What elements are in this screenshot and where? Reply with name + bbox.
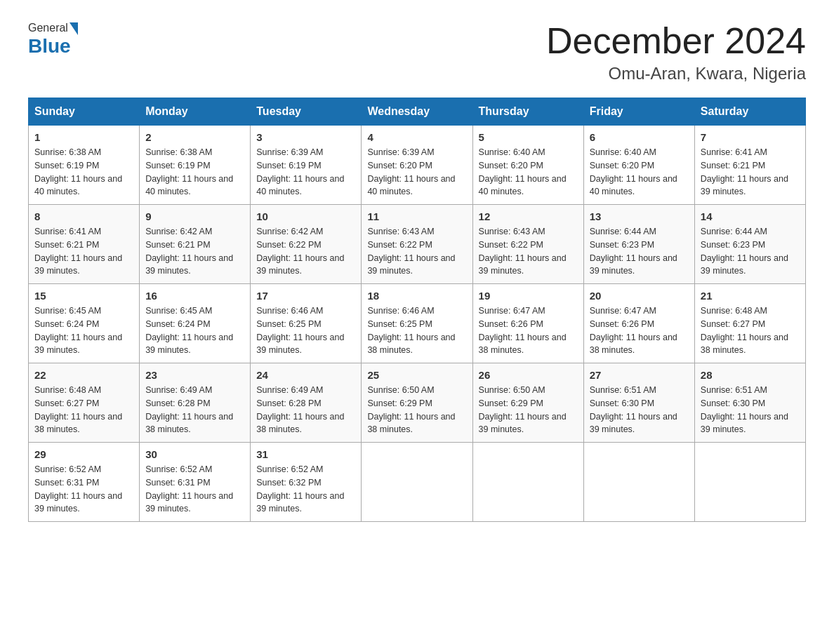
sunset-label: Sunset: 6:22 PM <box>479 240 543 250</box>
calendar-cell: 6 Sunrise: 6:40 AM Sunset: 6:20 PM Dayli… <box>583 126 694 205</box>
daylight-label: Daylight: 11 hours and 39 minutes. <box>590 253 677 276</box>
day-number: 19 <box>479 290 578 302</box>
calendar-cell: 24 Sunrise: 6:49 AM Sunset: 6:28 PM Dayl… <box>251 363 362 443</box>
calendar-cell: 14 Sunrise: 6:44 AM Sunset: 6:23 PM Dayl… <box>694 205 805 284</box>
daylight-label: Daylight: 11 hours and 39 minutes. <box>145 253 233 276</box>
day-number: 28 <box>701 369 800 381</box>
daylight-label: Daylight: 11 hours and 39 minutes. <box>479 253 567 276</box>
sunrise-label: Sunrise: 6:52 AM <box>145 464 212 474</box>
calendar-week-row: 29 Sunrise: 6:52 AM Sunset: 6:31 PM Dayl… <box>29 443 806 522</box>
day-number: 17 <box>256 290 355 302</box>
calendar-cell: 22 Sunrise: 6:48 AM Sunset: 6:27 PM Dayl… <box>29 363 140 443</box>
sunset-label: Sunset: 6:20 PM <box>367 161 432 170</box>
daylight-label: Daylight: 11 hours and 38 minutes. <box>479 333 567 356</box>
calendar-cell: 12 Sunrise: 6:43 AM Sunset: 6:22 PM Dayl… <box>472 205 583 284</box>
logo-blue-text: Blue <box>28 35 71 58</box>
calendar-cell <box>362 443 472 522</box>
calendar-cell: 31 Sunrise: 6:52 AM Sunset: 6:32 PM Dayl… <box>251 443 362 522</box>
sunrise-label: Sunrise: 6:49 AM <box>256 385 323 395</box>
day-number: 10 <box>256 210 355 222</box>
daylight-label: Daylight: 11 hours and 40 minutes. <box>256 174 344 197</box>
day-number: 1 <box>34 131 133 143</box>
day-number: 22 <box>34 369 133 381</box>
day-number: 18 <box>367 290 466 302</box>
calendar-cell: 2 Sunrise: 6:38 AM Sunset: 6:19 PM Dayli… <box>140 126 251 205</box>
calendar-cell: 4 Sunrise: 6:39 AM Sunset: 6:20 PM Dayli… <box>362 126 472 205</box>
sunrise-label: Sunrise: 6:51 AM <box>590 385 656 395</box>
day-number: 11 <box>367 210 466 222</box>
sunset-label: Sunset: 6:25 PM <box>256 319 321 329</box>
day-info: Sunrise: 6:44 AM Sunset: 6:23 PM Dayligh… <box>590 225 689 278</box>
calendar-header-row: SundayMondayTuesdayWednesdayThursdayFrid… <box>29 98 806 126</box>
sunrise-label: Sunrise: 6:48 AM <box>34 385 101 395</box>
sunset-label: Sunset: 6:31 PM <box>34 478 99 488</box>
calendar-title: December 2024 <box>546 21 806 61</box>
day-info: Sunrise: 6:42 AM Sunset: 6:21 PM Dayligh… <box>145 225 244 278</box>
daylight-label: Daylight: 11 hours and 39 minutes. <box>34 491 122 514</box>
calendar-cell: 8 Sunrise: 6:41 AM Sunset: 6:21 PM Dayli… <box>29 205 140 284</box>
day-number: 20 <box>590 290 689 302</box>
logo-arrow-icon <box>70 22 78 35</box>
page-header: General Blue December 2024 Omu-Aran, Kwa… <box>28 21 806 83</box>
calendar-cell: 26 Sunrise: 6:50 AM Sunset: 6:29 PM Dayl… <box>472 363 583 443</box>
day-info: Sunrise: 6:40 AM Sunset: 6:20 PM Dayligh… <box>479 146 578 199</box>
sunset-label: Sunset: 6:21 PM <box>34 240 99 250</box>
calendar-cell: 17 Sunrise: 6:46 AM Sunset: 6:25 PM Dayl… <box>251 284 362 363</box>
sunset-label: Sunset: 6:27 PM <box>701 319 765 329</box>
sunset-label: Sunset: 6:25 PM <box>367 319 432 329</box>
day-info: Sunrise: 6:45 AM Sunset: 6:24 PM Dayligh… <box>145 304 244 357</box>
sunset-label: Sunset: 6:19 PM <box>256 161 321 170</box>
day-info: Sunrise: 6:48 AM Sunset: 6:27 PM Dayligh… <box>34 384 133 436</box>
sunrise-label: Sunrise: 6:42 AM <box>256 227 323 236</box>
day-info: Sunrise: 6:52 AM Sunset: 6:31 PM Dayligh… <box>34 463 133 516</box>
daylight-label: Daylight: 11 hours and 39 minutes. <box>701 412 788 435</box>
day-info: Sunrise: 6:42 AM Sunset: 6:22 PM Dayligh… <box>256 225 355 278</box>
sunset-label: Sunset: 6:29 PM <box>479 398 543 408</box>
sunrise-label: Sunrise: 6:39 AM <box>256 147 323 157</box>
sunrise-label: Sunrise: 6:52 AM <box>256 464 323 474</box>
day-number: 16 <box>145 290 244 302</box>
sunset-label: Sunset: 6:30 PM <box>701 398 765 408</box>
day-number: 31 <box>256 448 355 460</box>
day-number: 14 <box>701 210 800 222</box>
sunset-label: Sunset: 6:23 PM <box>701 240 765 250</box>
sunrise-label: Sunrise: 6:49 AM <box>145 385 212 395</box>
sunset-label: Sunset: 6:28 PM <box>256 398 321 408</box>
sunset-label: Sunset: 6:24 PM <box>145 319 210 329</box>
day-info: Sunrise: 6:52 AM Sunset: 6:31 PM Dayligh… <box>145 463 244 516</box>
day-info: Sunrise: 6:47 AM Sunset: 6:26 PM Dayligh… <box>590 304 689 357</box>
sunrise-label: Sunrise: 6:48 AM <box>701 306 767 316</box>
sunset-label: Sunset: 6:20 PM <box>590 161 654 170</box>
calendar-cell: 29 Sunrise: 6:52 AM Sunset: 6:31 PM Dayl… <box>29 443 140 522</box>
calendar-cell: 18 Sunrise: 6:46 AM Sunset: 6:25 PM Dayl… <box>362 284 472 363</box>
day-number: 5 <box>479 131 578 143</box>
daylight-label: Daylight: 11 hours and 39 minutes. <box>701 253 788 276</box>
sunrise-label: Sunrise: 6:52 AM <box>34 464 101 474</box>
day-info: Sunrise: 6:39 AM Sunset: 6:19 PM Dayligh… <box>256 146 355 199</box>
calendar-cell: 1 Sunrise: 6:38 AM Sunset: 6:19 PM Dayli… <box>29 126 140 205</box>
sunrise-label: Sunrise: 6:50 AM <box>479 385 545 395</box>
sunrise-label: Sunrise: 6:45 AM <box>34 306 101 316</box>
sunset-label: Sunset: 6:21 PM <box>145 240 210 250</box>
day-number: 26 <box>479 369 578 381</box>
day-info: Sunrise: 6:46 AM Sunset: 6:25 PM Dayligh… <box>256 304 355 357</box>
calendar-cell: 27 Sunrise: 6:51 AM Sunset: 6:30 PM Dayl… <box>583 363 694 443</box>
sunset-label: Sunset: 6:30 PM <box>590 398 654 408</box>
daylight-label: Daylight: 11 hours and 39 minutes. <box>34 333 122 356</box>
sunset-label: Sunset: 6:20 PM <box>479 161 543 170</box>
calendar-cell: 20 Sunrise: 6:47 AM Sunset: 6:26 PM Dayl… <box>583 284 694 363</box>
sunrise-label: Sunrise: 6:40 AM <box>590 147 656 157</box>
sunrise-label: Sunrise: 6:45 AM <box>145 306 212 316</box>
day-info: Sunrise: 6:47 AM Sunset: 6:26 PM Dayligh… <box>479 304 578 357</box>
daylight-label: Daylight: 11 hours and 39 minutes. <box>590 412 677 435</box>
calendar-table: SundayMondayTuesdayWednesdayThursdayFrid… <box>28 98 806 522</box>
calendar-cell: 30 Sunrise: 6:52 AM Sunset: 6:31 PM Dayl… <box>140 443 251 522</box>
day-info: Sunrise: 6:51 AM Sunset: 6:30 PM Dayligh… <box>701 384 800 436</box>
daylight-label: Daylight: 11 hours and 40 minutes. <box>367 174 455 197</box>
calendar-cell: 11 Sunrise: 6:43 AM Sunset: 6:22 PM Dayl… <box>362 205 472 284</box>
day-number: 4 <box>367 131 466 143</box>
sunrise-label: Sunrise: 6:42 AM <box>145 227 212 236</box>
day-number: 7 <box>701 131 800 143</box>
calendar-week-row: 8 Sunrise: 6:41 AM Sunset: 6:21 PM Dayli… <box>29 205 806 284</box>
day-info: Sunrise: 6:41 AM Sunset: 6:21 PM Dayligh… <box>701 146 800 199</box>
